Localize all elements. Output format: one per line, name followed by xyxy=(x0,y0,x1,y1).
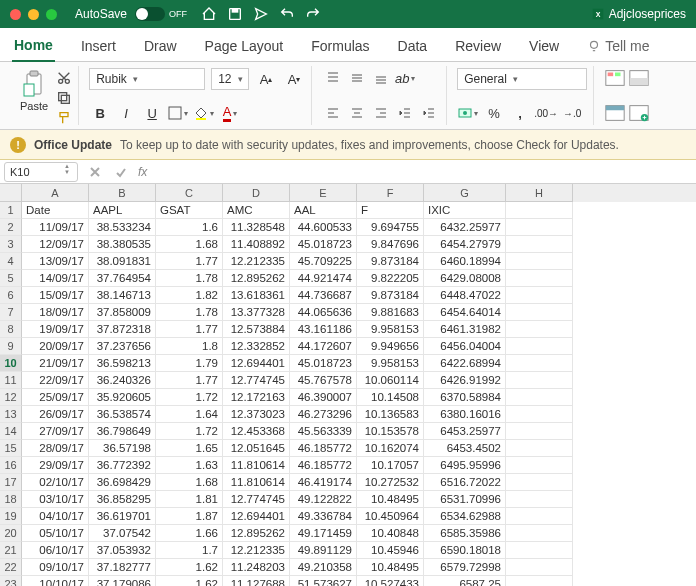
italic-button[interactable]: I xyxy=(115,103,137,123)
cell[interactable]: 27/09/17 xyxy=(22,423,89,440)
align-right-icon[interactable] xyxy=(370,103,392,123)
cell[interactable]: 11.328548 xyxy=(223,219,290,236)
cell[interactable]: 6422.68994 xyxy=(424,355,506,372)
decrease-decimal-icon[interactable]: →.0 xyxy=(561,103,583,123)
cell[interactable] xyxy=(506,355,573,372)
cell[interactable]: 13.377328 xyxy=(223,304,290,321)
cell[interactable]: 49.336784 xyxy=(290,508,357,525)
row-header[interactable]: 20 xyxy=(0,525,22,542)
col-header-D[interactable]: D xyxy=(223,184,290,202)
home-icon[interactable] xyxy=(201,6,217,22)
cell[interactable]: 10.17057 xyxy=(357,457,424,474)
cell[interactable]: 44.172607 xyxy=(290,338,357,355)
col-header-H[interactable]: H xyxy=(506,184,573,202)
number-format-dropdown[interactable]: General xyxy=(457,68,587,90)
row-header[interactable]: 16 xyxy=(0,457,22,474)
row-header[interactable]: 6 xyxy=(0,287,22,304)
cell[interactable]: 10.48495 xyxy=(357,559,424,576)
col-header-F[interactable]: F xyxy=(357,184,424,202)
row-header[interactable]: 14 xyxy=(0,423,22,440)
minimize-window[interactable] xyxy=(28,9,39,20)
cell[interactable]: AAL xyxy=(290,202,357,219)
cell[interactable]: 36.698429 xyxy=(89,474,156,491)
send-icon[interactable] xyxy=(253,6,269,22)
conditional-formatting-icon[interactable] xyxy=(604,68,626,88)
cell[interactable] xyxy=(506,389,573,406)
cell[interactable]: 1.63 xyxy=(156,457,223,474)
cell[interactable]: 11.810614 xyxy=(223,457,290,474)
undo-icon[interactable] xyxy=(279,6,295,22)
cell[interactable]: 1.72 xyxy=(156,389,223,406)
cell[interactable]: 6456.04004 xyxy=(424,338,506,355)
cell[interactable]: 03/10/17 xyxy=(22,491,89,508)
cell[interactable]: 6429.08008 xyxy=(424,270,506,287)
tab-data[interactable]: Data xyxy=(396,31,430,61)
cell[interactable]: 37.053932 xyxy=(89,542,156,559)
cell[interactable]: 6531.70996 xyxy=(424,491,506,508)
col-header-A[interactable]: A xyxy=(22,184,89,202)
cell[interactable]: 09/10/17 xyxy=(22,559,89,576)
cell[interactable]: 10.14508 xyxy=(357,389,424,406)
cell[interactable]: 46.273296 xyxy=(290,406,357,423)
decrease-font-icon[interactable]: A▾ xyxy=(283,69,305,89)
cell[interactable]: 6590.18018 xyxy=(424,542,506,559)
cell[interactable]: 12.453368 xyxy=(223,423,290,440)
row-header[interactable]: 5 xyxy=(0,270,22,287)
cell[interactable] xyxy=(506,423,573,440)
cell[interactable]: 38.091831 xyxy=(89,253,156,270)
cell[interactable]: 12/09/17 xyxy=(22,236,89,253)
save-icon[interactable] xyxy=(227,6,243,22)
increase-font-icon[interactable]: A▴ xyxy=(255,69,277,89)
row-header[interactable]: 11 xyxy=(0,372,22,389)
increase-indent-icon[interactable] xyxy=(418,103,440,123)
row-header[interactable]: 7 xyxy=(0,304,22,321)
cell[interactable]: 37.182777 xyxy=(89,559,156,576)
row-header[interactable]: 2 xyxy=(0,219,22,236)
cell-styles-icon[interactable] xyxy=(628,68,650,88)
cell[interactable]: 6495.95996 xyxy=(424,457,506,474)
cell[interactable]: 46.390007 xyxy=(290,389,357,406)
cell[interactable]: 37.237656 xyxy=(89,338,156,355)
cell[interactable]: 36.57198 xyxy=(89,440,156,457)
cell[interactable]: 1.68 xyxy=(156,236,223,253)
cell[interactable]: 15/09/17 xyxy=(22,287,89,304)
cell[interactable] xyxy=(506,542,573,559)
zoom-window[interactable] xyxy=(46,9,57,20)
cell[interactable]: IXIC xyxy=(424,202,506,219)
cell[interactable]: 49.210358 xyxy=(290,559,357,576)
cell[interactable]: 36.858295 xyxy=(89,491,156,508)
cell[interactable]: 25/09/17 xyxy=(22,389,89,406)
cell[interactable]: 10.060114 xyxy=(357,372,424,389)
fill-color-button[interactable] xyxy=(193,103,215,123)
cell[interactable]: 6460.18994 xyxy=(424,253,506,270)
cell[interactable] xyxy=(506,202,573,219)
cell[interactable] xyxy=(506,576,573,586)
cell[interactable] xyxy=(506,338,573,355)
paste-button[interactable]: Paste xyxy=(16,68,52,114)
row-header[interactable]: 22 xyxy=(0,559,22,576)
row-header[interactable]: 19 xyxy=(0,508,22,525)
row-header[interactable]: 1 xyxy=(0,202,22,219)
cell[interactable]: 36.598213 xyxy=(89,355,156,372)
tab-insert[interactable]: Insert xyxy=(79,31,118,61)
row-header[interactable]: 4 xyxy=(0,253,22,270)
cell[interactable]: 1.7 xyxy=(156,542,223,559)
row-header[interactable]: 12 xyxy=(0,389,22,406)
row-header[interactable]: 15 xyxy=(0,440,22,457)
col-header-C[interactable]: C xyxy=(156,184,223,202)
cell[interactable]: 6380.16016 xyxy=(424,406,506,423)
cell[interactable]: 12.895262 xyxy=(223,270,290,287)
cell[interactable]: 10.40848 xyxy=(357,525,424,542)
cell[interactable]: 1.77 xyxy=(156,253,223,270)
cell[interactable] xyxy=(506,372,573,389)
cell[interactable]: 6454.64014 xyxy=(424,304,506,321)
cell[interactable]: 10.162074 xyxy=(357,440,424,457)
cell[interactable]: 14/09/17 xyxy=(22,270,89,287)
cell[interactable]: 12.573884 xyxy=(223,321,290,338)
tab-review[interactable]: Review xyxy=(453,31,503,61)
cell[interactable]: 20/09/17 xyxy=(22,338,89,355)
cell[interactable]: 44.921474 xyxy=(290,270,357,287)
increase-decimal-icon[interactable]: .00→ xyxy=(535,103,557,123)
cell[interactable]: 6370.58984 xyxy=(424,389,506,406)
tab-formulas[interactable]: Formulas xyxy=(309,31,371,61)
